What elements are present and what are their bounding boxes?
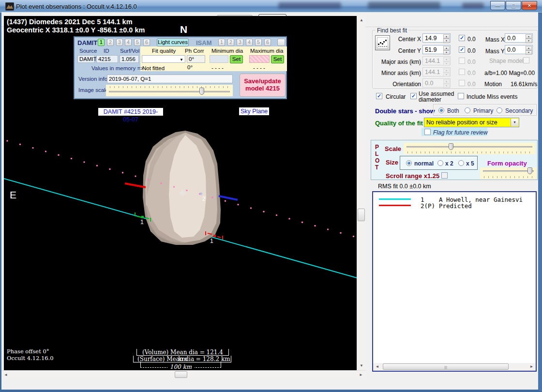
observations-listbox[interactable]: 1 A Howell, near Gainesvi 2(P) Predicted… — [372, 191, 537, 372]
quality-dropdown-button[interactable]: ▼ — [511, 119, 518, 126]
slider-thumb[interactable] — [449, 143, 453, 150]
listbox-hscroll-thumb[interactable]: ||| — [383, 363, 509, 370]
damit-tab-6[interactable]: 6 — [143, 39, 150, 46]
save-update-button[interactable]: Save/update model 4215 — [240, 74, 286, 97]
mass-x-field[interactable]: 0.0 ▲▼ — [505, 33, 533, 43]
spin-down-icon[interactable]: ▼ — [443, 39, 450, 43]
damit-tab-1[interactable]: 1 — [98, 39, 105, 46]
north-label: N — [180, 24, 187, 35]
double-secondary-radio[interactable] — [497, 107, 502, 113]
spin-up-icon[interactable]: ▲ — [526, 46, 532, 50]
center-y-field[interactable]: 51.9 ▲▼ — [422, 45, 451, 54]
listbox-hscrollbar[interactable]: ◄ ||| ► — [373, 363, 536, 371]
mem-min-value: - - - - — [211, 65, 224, 71]
scroll-left-icon[interactable]: ◄ — [2, 371, 9, 378]
ph-corr-field[interactable]: 0° — [187, 55, 205, 63]
plot-vscrollbar[interactable]: ▲ ▼ — [357, 16, 365, 370]
size-radio-group: normal x 2 x 5 — [400, 156, 478, 170]
center-x-spinner[interactable]: ▲▼ — [443, 34, 450, 42]
double-both-radio[interactable] — [438, 107, 444, 113]
spin-up-icon: ▲ — [443, 57, 450, 61]
circular-checkbox[interactable]: ✓ — [376, 93, 382, 99]
min-dia-field[interactable] — [210, 55, 228, 63]
slider-thumb[interactable] — [199, 88, 204, 95]
use-assumed-checkbox[interactable]: ✓ — [410, 93, 417, 99]
find-best-fit-icon-button[interactable] — [375, 35, 390, 50]
minimize-button[interactable]: — — [490, 1, 505, 10]
mass-x-spinner[interactable]: ▲▼ — [526, 34, 532, 42]
center-y-spinner[interactable]: ▲▼ — [443, 46, 450, 53]
slider-thumb[interactable] — [527, 167, 532, 174]
plot-letter-l: L — [375, 151, 378, 157]
scroll-down-icon[interactable]: ▼ — [358, 362, 365, 369]
source-field[interactable]: DAMIT — [77, 55, 95, 63]
maximize-button[interactable]: ▢ — [506, 1, 521, 10]
isam-tab-5[interactable]: 5 — [255, 39, 262, 46]
image-scale-slider[interactable] — [106, 85, 233, 96]
event1-left-label: 1 — [140, 219, 144, 226]
mem-ph-value: 0° — [187, 64, 193, 70]
damit-tab-2[interactable]: 2 — [107, 39, 114, 46]
close-button[interactable]: ✕ — [522, 1, 537, 10]
damit-tab-3[interactable]: 3 — [116, 39, 123, 46]
title-bar[interactable]: Plot event observations : Occult v.4.12.… — [0, 0, 542, 14]
surfvol-field[interactable]: 1.056 — [120, 55, 139, 63]
double-primary-radio[interactable] — [465, 107, 470, 113]
shape-model-checkbox — [523, 57, 529, 63]
fit-quality-dropdown[interactable]: ▼ — [142, 55, 185, 63]
scroll-range-checkbox[interactable] — [441, 172, 448, 179]
check-icon: ✓ — [460, 46, 464, 52]
id-field[interactable]: 4215 — [96, 55, 118, 63]
isam-tab-1[interactable]: 1 — [218, 39, 225, 46]
scroll-up-icon[interactable]: ▲ — [358, 17, 365, 24]
center-x-field[interactable]: 14.9 ▲▼ — [422, 33, 451, 43]
version-info-field[interactable]: 2019-05-07, Q=1 — [107, 75, 233, 83]
set-min-dia-button[interactable]: Set — [230, 55, 243, 63]
center-y-checkbox[interactable]: ✓ — [459, 46, 465, 53]
max-dia-field[interactable] — [249, 55, 270, 63]
plot-letter-p: P — [375, 144, 379, 151]
obs1-color-line — [379, 198, 411, 200]
spin-down-icon[interactable]: ▼ — [443, 50, 450, 55]
scale-slider[interactable] — [404, 143, 535, 154]
size-x5-radio[interactable] — [458, 160, 464, 166]
isam-tab-2[interactable]: 2 — [227, 39, 234, 46]
size-x5-label: x 5 — [466, 160, 474, 167]
center-x-checkbox[interactable]: ✓ — [459, 35, 465, 41]
scroll-right-icon[interactable]: ► — [528, 363, 535, 370]
include-miss-checkbox[interactable] — [458, 93, 464, 99]
spin-up-icon[interactable]: ▲ — [526, 34, 532, 39]
maximize-icon: ▢ — [511, 3, 515, 8]
event1-right-label: 1 — [210, 238, 213, 244]
plot-hscrollbar[interactable]: ◄ ► — [1, 370, 365, 378]
flag-review-checkbox[interactable] — [424, 129, 431, 135]
scroll-right-icon[interactable]: ► — [358, 371, 364, 378]
mass-y-spinner[interactable]: ▲▼ — [526, 46, 532, 53]
set-max-dia-button[interactable]: Set — [271, 55, 284, 63]
isam-tab-4[interactable]: 4 — [246, 39, 253, 46]
isam-tab-3[interactable]: 3 — [237, 39, 243, 46]
damit-tab-4[interactable]: 4 — [125, 39, 132, 46]
scroll-left-icon[interactable]: ◄ — [374, 363, 380, 370]
light-curves-button[interactable]: Light curves — [157, 38, 189, 46]
spin-down-icon[interactable]: ▼ — [526, 39, 532, 43]
damit-tab-5[interactable]: 5 — [134, 39, 141, 46]
mem-fit-value: Not fitted — [142, 65, 165, 71]
sky-plane-plot[interactable]: (1437) Diomedes 2021 Dec 5 144.1 km Geoc… — [4, 16, 357, 370]
spin-up-icon[interactable]: ▲ — [443, 46, 450, 50]
quality-dropdown[interactable]: No reliable position or size ▼ — [424, 118, 519, 127]
hscroll-thumb[interactable] — [175, 371, 187, 378]
panel-corner-button[interactable] — [277, 39, 285, 46]
size-normal-radio[interactable] — [406, 160, 412, 166]
damit-panel: DAMIT 1 2 3 4 5 6 Light curves ISAM 1 2 … — [74, 36, 287, 99]
isam-tab-6[interactable]: 6 — [264, 39, 271, 46]
spin-down-icon[interactable]: ▼ — [526, 50, 532, 55]
size-x2-radio[interactable] — [437, 160, 443, 166]
mass-y-field[interactable]: 0.0 ▲▼ — [505, 45, 533, 54]
blue-vector — [219, 196, 238, 200]
minor-axis-err: 0.0 — [467, 70, 476, 76]
vscroll-thumb[interactable] — [358, 209, 365, 221]
east-label: E — [10, 189, 16, 201]
spin-up-icon[interactable]: ▲ — [443, 34, 450, 39]
form-opacity-slider[interactable] — [480, 167, 537, 179]
